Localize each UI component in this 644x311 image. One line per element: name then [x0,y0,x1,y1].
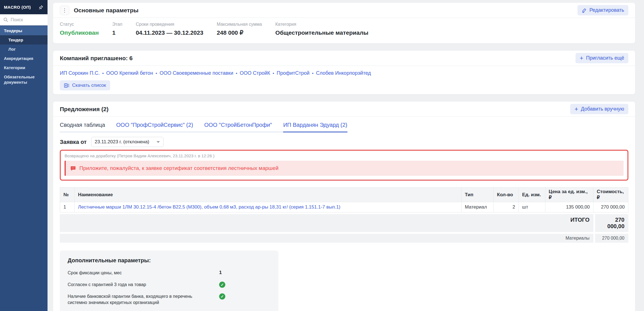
max-sum-value: 248 000 ₽ [217,29,262,36]
cell-cost: 270 000,00 [593,202,628,212]
company-link[interactable]: ПрофитСтрой [277,70,309,76]
additional-param-row: Согласен с гарантией 3 года на товар ✓ [68,282,271,288]
total-label: ИТОГО [60,214,593,232]
sidebar: MACRO (ОП) Тендеры Тендер Лог Аккредитац… [0,0,48,311]
bullet-separator: • [312,71,313,76]
category-value: Общестроительные материалы [275,29,368,36]
cell-type: Материал [461,202,494,212]
col-price: Цена за ед. изм., ₽ [545,188,593,202]
sidebar-item-tender[interactable]: Тендер [0,35,48,45]
kebab-menu-button[interactable]: ⋮ [60,6,69,15]
application-date-select[interactable]: 23.11.2023 г. (отклонена) [91,137,164,147]
plus-icon: + [574,107,578,111]
cell-name: Лестничные марши 1ЛМ 30.12.15-4 /бетон В… [75,202,461,212]
materials-value: 270 000,00 [595,234,628,243]
total-row: ИТОГО 270 000,00 [60,214,628,232]
pencil-icon [582,8,587,13]
field-label: Сроки проведения [136,22,203,27]
field-stage: Этап 1 [112,22,122,36]
materials-row: Материалы 270 000,00 [60,234,628,243]
main-params-card: ⋮ Основные параметры Редактировать Стату… [53,3,635,43]
sidebar-menu: Тендеры Тендер Лог Аккредитация Категори… [0,25,48,87]
add-manually-button[interactable]: + Добавить вручную [570,104,628,114]
bullet-separator: • [102,71,104,76]
company-link[interactable]: ООО Крепкий бетон [106,70,153,76]
param-value: 1 [219,270,222,275]
application-label: Заявка от [60,139,87,145]
sidebar-item-accreditation[interactable]: Аккредитация [0,54,48,63]
company-link[interactable]: ИП Сорокин П.С. [60,70,100,76]
field-label: Максимальная сумма [217,22,262,27]
companies-title: Компаний приглашено: 6 [60,55,132,62]
items-table-header-row: № Наименование Тип Кол-во Ед. изм. Цена … [60,188,628,202]
stage-value: 1 [112,29,122,36]
col-name: Наименование [75,188,461,202]
download-list-button[interactable]: Скачать список [60,80,110,90]
col-qty: Кол-во [494,188,519,202]
additional-param-row: Наличие банковской гарантии банка, входя… [68,293,271,306]
cell-unit: шт [519,202,545,212]
sidebar-item-log[interactable]: Лог [0,45,48,54]
download-list-label: Скачать список [72,83,106,88]
company-link[interactable]: ООО Своевременные поставки [160,70,233,76]
main-content: ⋮ Основные параметры Редактировать Стату… [48,0,644,311]
offers-tabs: Сводная таблица ООО "ПрофСтройСервис" (2… [60,122,347,132]
company-list: ИП Сорокин П.С.• ООО Крепкий бетон• ООО … [60,70,628,76]
companies-card: Компаний приглашено: 6 + Пригласить ещё … [53,51,635,94]
dates-value: 04.11.2023 — 30.12.2023 [136,29,203,36]
status-value: Опубликован [60,29,99,36]
sidebar-item-required-documents[interactable]: Обязательные документы [0,72,48,87]
check-circle-icon: ✓ [219,293,225,300]
sidebar-search [0,14,48,25]
company-link[interactable]: Слобев Инкорпорэйтед [316,70,371,76]
application-row: Заявка от 23.11.2023 г. (отклонена) [60,137,628,147]
tab-stroybetonprofi[interactable]: ООО "СтройБетонПрофи" [204,122,272,132]
col-unit: Ед. изм. [519,188,545,202]
tab-summary-table[interactable]: Сводная таблица [60,122,105,132]
field-category: Категория Общестроительные материалы [275,22,368,36]
companies-header: Компаний приглашено: 6 + Пригласить ещё [53,51,635,66]
field-status: Статус Опубликован [60,22,99,36]
col-cost: Стоимость, ₽ [593,188,628,202]
items-table: № Наименование Тип Кол-во Ед. изм. Цена … [60,187,628,212]
col-type: Тип [461,188,494,202]
bullet-separator: • [236,71,237,76]
sidebar-item-categories[interactable]: Категории [0,63,48,72]
plus-icon: + [580,56,583,60]
field-max-sum: Максимальная сумма 248 000 ₽ [217,22,262,36]
bullet-separator: • [273,71,274,76]
param-label: Срок фиксации цены, мес [68,270,211,276]
additional-param-row: Срок фиксации цены, мес 1 [68,270,271,276]
edit-button[interactable]: Редактировать [577,5,628,15]
tab-profstroyservis[interactable]: ООО "ПрофСтройСервис" (2) [116,122,193,132]
additional-params-box: Дополнительные параметры: Срок фиксации … [60,251,278,311]
company-link[interactable]: ООО СтройК [240,70,270,76]
rejection-message-text: Приложите, пожалуйста, к заявке сертифик… [79,165,278,171]
check-circle-icon: ✓ [219,282,225,288]
main-params-title: Основные параметры [74,7,138,14]
item-name-link[interactable]: Лестничные марши 1ЛМ 30.12.15-4 /бетон В… [78,204,340,210]
col-num: № [60,188,75,202]
param-label: Согласен с гарантией 3 года на товар [68,282,211,288]
field-dates: Сроки проведения 04.11.2023 — 30.12.2023 [136,22,203,36]
offers-header: Предложения (2) + Добавить вручную [53,102,635,117]
cell-num: 1 [60,202,75,212]
comment-icon [70,165,76,171]
companies-body: ИП Сорокин П.С.• ООО Крепкий бетон• ООО … [53,66,635,94]
total-value: 270 000,00 [595,214,628,232]
sidebar-item-tenders[interactable]: Тендеры [0,26,48,35]
chevron-down-icon [157,141,160,143]
field-label: Статус [60,22,99,27]
field-label: Этап [112,22,122,27]
search-icon [3,17,8,22]
search-input[interactable] [11,17,44,22]
tab-vardanyan-active[interactable]: ИП Варданян Эдуард (2) [283,122,347,132]
pin-icon[interactable] [39,5,44,10]
excel-icon [64,83,69,88]
invite-more-button[interactable]: + Пригласить ещё [576,53,628,63]
main-params-fields: Статус Опубликован Этап 1 Сроки проведен… [53,18,635,43]
cell-price: 135 000,00 [545,202,593,212]
table-row: 1 Лестничные марши 1ЛМ 30.12.15-4 /бетон… [60,202,628,212]
offers-title: Предложения (2) [60,106,108,113]
edit-button-label: Редактировать [589,7,624,13]
